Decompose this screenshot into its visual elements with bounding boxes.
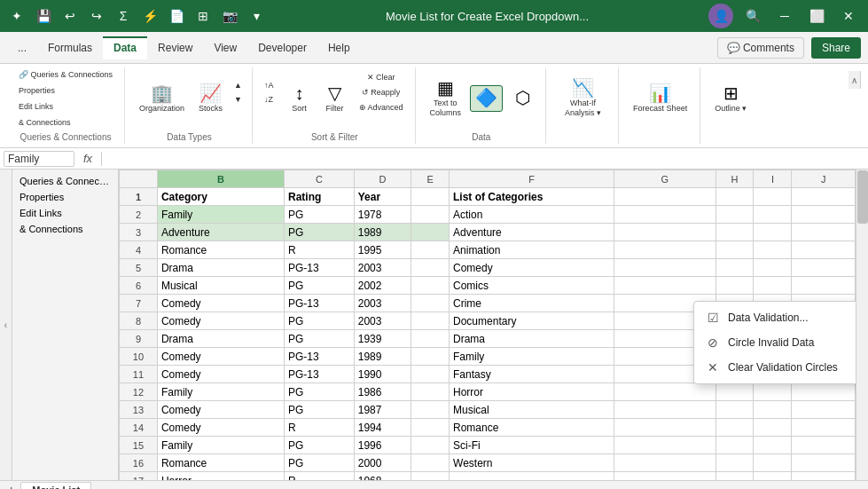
tab-data[interactable]: Data: [103, 36, 147, 59]
cell-f11[interactable]: Fantasy: [450, 366, 614, 383]
cell-f6[interactable]: Comics: [450, 277, 614, 295]
cell-e14[interactable]: [411, 419, 450, 437]
cell-f8[interactable]: Documentary: [450, 312, 614, 330]
col-header-b[interactable]: B: [157, 170, 284, 188]
tab-view[interactable]: View: [203, 36, 247, 59]
cell-e9[interactable]: [411, 330, 450, 348]
filter-btn[interactable]: ▽ Filter: [319, 81, 351, 117]
col-header-d[interactable]: D: [354, 170, 411, 188]
cell-e1[interactable]: [411, 188, 450, 206]
cell-d10[interactable]: 1989: [354, 348, 411, 366]
cell-i12[interactable]: [754, 383, 792, 401]
col-header-h[interactable]: H: [716, 170, 754, 188]
cell-f3[interactable]: Adventure: [450, 224, 614, 241]
cell-g12[interactable]: [614, 383, 716, 401]
cell-g17[interactable]: [614, 472, 716, 481]
data-validation-item[interactable]: ☑ Data Validation...: [694, 305, 856, 330]
redo-icon[interactable]: ↪: [87, 6, 106, 26]
vertical-scrollbar[interactable]: [856, 170, 868, 480]
col-header-j[interactable]: J: [792, 170, 856, 188]
share-button[interactable]: Share: [811, 37, 861, 59]
cell-c7[interactable]: PG-13: [285, 295, 355, 312]
camera-icon[interactable]: 📷: [220, 6, 239, 26]
cell-c8[interactable]: PG: [285, 312, 355, 330]
cell-d9[interactable]: 1939: [354, 330, 411, 348]
scrollbar-thumb[interactable]: [857, 170, 868, 224]
search-icon[interactable]: 🔍: [740, 4, 765, 28]
cell-j2[interactable]: [792, 206, 856, 224]
dropdown-icon[interactable]: ▾: [246, 6, 266, 26]
cell-f15[interactable]: Sci-Fi: [450, 437, 614, 454]
cell-d12[interactable]: 1986: [354, 383, 411, 401]
cell-i14[interactable]: [754, 419, 792, 437]
doc-icon[interactable]: 📄: [167, 6, 186, 26]
cell-c4[interactable]: R: [285, 241, 355, 259]
cell-h2[interactable]: [716, 206, 754, 224]
cell-b1[interactable]: Category: [157, 188, 284, 206]
cell-d13[interactable]: 1987: [354, 401, 411, 419]
cell-j13[interactable]: [792, 401, 856, 419]
edit-links-btn[interactable]: Edit Links: [14, 99, 58, 114]
cell-d7[interactable]: 2003: [354, 295, 411, 312]
cell-i2[interactable]: [754, 206, 792, 224]
cell-h6[interactable]: [716, 277, 754, 295]
cell-g5[interactable]: [614, 259, 716, 277]
cell-c17[interactable]: R: [285, 472, 355, 481]
reapply-btn[interactable]: ↺ Reapply: [355, 85, 408, 99]
cell-i13[interactable]: [754, 401, 792, 419]
close-button[interactable]: ✕: [836, 4, 861, 28]
cell-c16[interactable]: PG: [285, 454, 355, 472]
name-box[interactable]: [4, 151, 74, 167]
circle-invalid-item[interactable]: ⊘ Circle Invalid Data: [694, 330, 856, 355]
cell-i3[interactable]: [754, 224, 792, 241]
cell-g15[interactable]: [614, 437, 716, 454]
add-sheet-btn[interactable]: +: [4, 483, 19, 490]
cell-h16[interactable]: [716, 454, 754, 472]
cell-f12[interactable]: Horror: [450, 383, 614, 401]
sigma-icon[interactable]: Σ: [113, 6, 133, 26]
tab-formulas[interactable]: Formulas: [37, 36, 103, 59]
cell-b3[interactable]: Adventure: [157, 224, 284, 241]
cell-f4[interactable]: Animation: [450, 241, 614, 259]
cell-h4[interactable]: [716, 241, 754, 259]
cell-f16[interactable]: Western: [450, 454, 614, 472]
cell-d11[interactable]: 1990: [354, 366, 411, 383]
cell-e3[interactable]: [411, 224, 450, 241]
cell-f13[interactable]: Musical: [450, 401, 614, 419]
sort-btn[interactable]: ↕️ Sort: [284, 81, 316, 117]
cell-h14[interactable]: [716, 419, 754, 437]
col-header-f[interactable]: F: [450, 170, 614, 188]
cell-j12[interactable]: [792, 383, 856, 401]
tab-file[interactable]: ...: [7, 36, 37, 59]
cell-d2[interactable]: 1978: [354, 206, 411, 224]
cell-c9[interactable]: PG: [285, 330, 355, 348]
cell-i16[interactable]: [754, 454, 792, 472]
clear-validation-item[interactable]: ✕ Clear Validation Circles: [694, 355, 856, 380]
cell-h12[interactable]: [716, 383, 754, 401]
cell-c2[interactable]: PG: [285, 206, 355, 224]
cell-i15[interactable]: [754, 437, 792, 454]
cell-d3[interactable]: 1989: [354, 224, 411, 241]
cell-e6[interactable]: [411, 277, 450, 295]
cell-d15[interactable]: 1996: [354, 437, 411, 454]
cell-g4[interactable]: [614, 241, 716, 259]
save-icon[interactable]: 💾: [34, 6, 53, 26]
cell-g13[interactable]: [614, 401, 716, 419]
cell-d1[interactable]: Year: [354, 188, 411, 206]
cell-h1[interactable]: [716, 188, 754, 206]
sidebar-properties-item[interactable]: Properties: [12, 189, 118, 205]
cell-e4[interactable]: [411, 241, 450, 259]
cell-h3[interactable]: [716, 224, 754, 241]
cell-d17[interactable]: 1968: [354, 472, 411, 481]
col-header-c[interactable]: C: [285, 170, 355, 188]
advanced-btn[interactable]: ⊕ Advanced: [355, 100, 408, 114]
cell-e5[interactable]: [411, 259, 450, 277]
clear-btn[interactable]: ✕ Clear: [355, 70, 408, 84]
cell-e10[interactable]: [411, 348, 450, 366]
cell-f1[interactable]: List of Categories: [450, 188, 614, 206]
cell-b12[interactable]: Family: [157, 383, 284, 401]
cell-d14[interactable]: 1994: [354, 419, 411, 437]
cell-f17[interactable]: [450, 472, 614, 481]
comments-button[interactable]: 💬 Comments: [717, 37, 804, 59]
cell-h15[interactable]: [716, 437, 754, 454]
